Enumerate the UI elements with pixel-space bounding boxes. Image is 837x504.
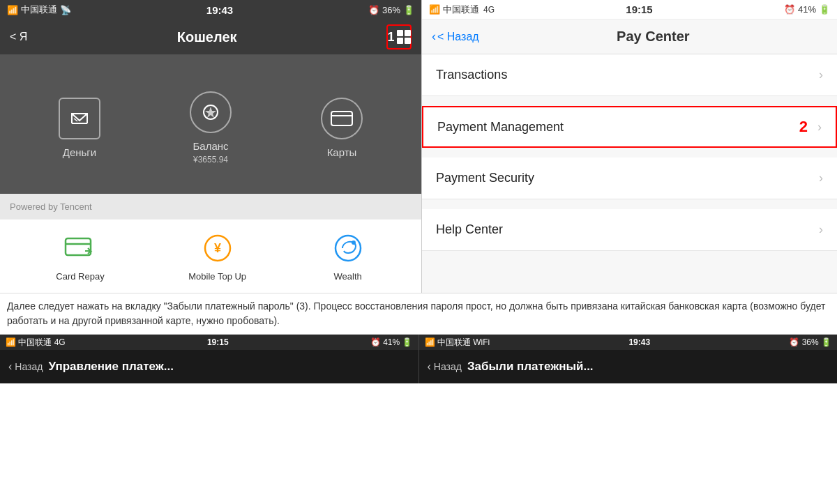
instruction-content: Далее следует нажать на вкладку "Забыли … bbox=[7, 300, 825, 326]
menu-spacer-2 bbox=[422, 148, 837, 158]
instruction-text: Далее следует нажать на вкладку "Забыли … bbox=[0, 293, 837, 335]
bottom-phones-row: 📶 中国联通 4G 19:15 ⏰ 41% 🔋 ‹ Назад Управлен… bbox=[0, 335, 837, 383]
wallet-item-cards[interactable]: Карты bbox=[321, 98, 363, 158]
bottom-left-page-title: Управление платеж... bbox=[48, 360, 174, 374]
number-badge: 1 bbox=[387, 30, 394, 45]
payment-management-menu-item[interactable]: Payment Management 2 › bbox=[422, 106, 837, 148]
wallet-item-balance[interactable]: Баланс ¥3655.94 bbox=[190, 91, 232, 165]
mobile-topup-label: Mobile Top Up bbox=[188, 271, 246, 282]
bottom-left-nav-bar: ‹ Назад Управление платеж... bbox=[0, 350, 418, 383]
br-battery: ⏰ 36% 🔋 bbox=[789, 337, 831, 347]
right-page-title: Pay Center bbox=[479, 29, 827, 45]
card-repay-label: Card Repay bbox=[56, 271, 104, 282]
bottom-left-back-button[interactable]: ‹ Назад bbox=[8, 360, 43, 373]
left-nav-actions: 1 bbox=[386, 24, 412, 49]
left-status-time: 19:43 bbox=[206, 4, 233, 16]
balance-icon bbox=[190, 91, 232, 133]
right-signal-icon: 📶 bbox=[429, 4, 440, 15]
bottom-left-status-bar: 📶 中国联通 4G 19:15 ⏰ 41% 🔋 bbox=[0, 335, 418, 350]
menu-spacer-3 bbox=[422, 199, 837, 209]
bottom-left-phone: 📶 中国联通 4G 19:15 ⏰ 41% 🔋 ‹ Назад Управлен… bbox=[0, 335, 419, 383]
balance-amount: ¥3655.94 bbox=[193, 155, 228, 165]
bottom-right-phone: 📶 中国联通 WiFi 19:43 ⏰ 36% 🔋 ‹ Назад Забыли… bbox=[419, 335, 838, 383]
wealth-button[interactable]: Wealth bbox=[331, 231, 365, 282]
left-status-left: 📶 中国联通 📡 bbox=[7, 3, 71, 16]
cards-label: Карты bbox=[327, 146, 357, 158]
left-phone: 📶 中国联通 📡 19:43 ⏰ 36% 🔋 < Я Кошелек 1 bbox=[0, 0, 422, 293]
transactions-label: Transactions bbox=[436, 68, 507, 82]
bottom-right-page-title: Забыли платежный... bbox=[467, 360, 594, 374]
br-back-label: Назад bbox=[434, 361, 462, 372]
mobile-topup-icon: ¥ bbox=[200, 231, 235, 266]
svg-text:¥: ¥ bbox=[214, 241, 221, 255]
bottom-right-status-bar: 📶 中国联通 WiFi 19:43 ⏰ 36% 🔋 bbox=[419, 335, 838, 350]
help-center-menu-item[interactable]: Help Center › bbox=[422, 209, 837, 251]
wifi-icon: 📡 bbox=[60, 5, 71, 15]
pay-center-menu: Transactions › Payment Management 2 › Pa… bbox=[422, 54, 837, 293]
left-status-right: ⏰ 36% 🔋 bbox=[368, 5, 414, 15]
payment-management-chevron-icon: › bbox=[817, 120, 822, 135]
grid-icon bbox=[397, 30, 411, 44]
right-battery-icon: 🔋 bbox=[819, 4, 830, 15]
svg-rect-4 bbox=[66, 238, 91, 255]
menu-spacer-1 bbox=[422, 96, 837, 106]
money-icon bbox=[59, 98, 100, 139]
svg-rect-2 bbox=[331, 112, 352, 125]
right-alarm-icon: ⏰ bbox=[784, 4, 795, 15]
bottom-right-back-button[interactable]: ‹ Назад bbox=[428, 360, 462, 373]
right-battery-label: 41% bbox=[798, 4, 816, 15]
right-nav-bar: ‹ < Назад Pay Center bbox=[422, 20, 837, 54]
carrier-label: 中国联通 bbox=[21, 3, 57, 16]
transactions-chevron-icon: › bbox=[819, 68, 823, 82]
left-nav-bar: < Я Кошелек 1 bbox=[0, 20, 421, 54]
right-status-time: 19:15 bbox=[626, 3, 652, 15]
br-time: 19:43 bbox=[628, 337, 650, 347]
bl-back-label: Назад bbox=[15, 361, 43, 372]
help-center-label: Help Center bbox=[436, 222, 503, 237]
right-phone: 📶 中国联通 4G 19:15 ⏰ 41% 🔋 ‹ < Назад Pay Ce… bbox=[422, 0, 837, 293]
wallet-main-area: Деньги Баланс ¥3655.94 bbox=[0, 54, 421, 194]
battery-icon: 🔋 bbox=[403, 5, 414, 15]
svg-point-8 bbox=[335, 236, 361, 261]
card-repay-icon bbox=[63, 231, 98, 266]
wallet-icons-row: Деньги Баланс ¥3655.94 bbox=[0, 54, 421, 194]
battery-label: 36% bbox=[382, 5, 400, 15]
payment-security-label: Payment Security bbox=[436, 171, 534, 185]
grid-view-button[interactable]: 1 bbox=[386, 24, 412, 49]
right-carrier-label: 中国联通 bbox=[443, 3, 479, 16]
right-status-right: ⏰ 41% 🔋 bbox=[784, 4, 830, 15]
left-status-bar: 📶 中国联通 📡 19:43 ⏰ 36% 🔋 bbox=[0, 0, 421, 20]
payment-security-menu-item[interactable]: Payment Security › bbox=[422, 158, 837, 199]
step-number-2: 2 bbox=[799, 118, 808, 136]
left-back-label: < Я bbox=[10, 31, 27, 43]
right-status-bar: 📶 中国联通 4G 19:15 ⏰ 41% 🔋 bbox=[422, 0, 837, 20]
transactions-menu-item[interactable]: Transactions › bbox=[422, 54, 837, 96]
br-carrier: 📶 中国联通 WiFi bbox=[425, 337, 490, 349]
svg-point-9 bbox=[352, 240, 356, 245]
bottom-right-nav-bar: ‹ Назад Забыли платежный... bbox=[419, 350, 838, 383]
wallet-item-money[interactable]: Деньги bbox=[59, 98, 100, 158]
bl-battery: ⏰ 41% 🔋 bbox=[370, 337, 413, 347]
help-center-chevron-icon: › bbox=[819, 222, 823, 237]
br-chevron-icon: ‹ bbox=[428, 360, 431, 373]
right-chevron-icon: ‹ bbox=[432, 29, 436, 44]
payment-security-chevron-icon: › bbox=[819, 171, 823, 185]
bl-chevron-icon: ‹ bbox=[8, 360, 12, 373]
wealth-icon bbox=[331, 231, 365, 266]
signal-icon: 📶 bbox=[7, 5, 18, 15]
bottom-services-row: Card Repay ¥ Mobile Top Up bbox=[0, 219, 421, 293]
right-status-left: 📶 中国联通 4G bbox=[429, 3, 495, 16]
right-back-button[interactable]: ‹ < Назад bbox=[432, 29, 479, 44]
bl-time: 19:15 bbox=[207, 337, 229, 347]
cards-icon bbox=[321, 98, 363, 139]
card-repay-button[interactable]: Card Repay bbox=[56, 231, 104, 282]
alarm-icon: ⏰ bbox=[368, 5, 379, 15]
bl-carrier: 📶 中国联通 4G bbox=[6, 337, 66, 349]
payment-management-label: Payment Management bbox=[437, 120, 564, 135]
left-back-button[interactable]: < Я bbox=[10, 31, 27, 43]
mobile-topup-button[interactable]: ¥ Mobile Top Up bbox=[188, 231, 246, 282]
powered-by-text: Powered by Tencent bbox=[10, 201, 92, 212]
left-page-title: Кошелек bbox=[177, 29, 237, 45]
right-back-label: < Назад bbox=[437, 31, 479, 43]
money-label: Деньги bbox=[63, 146, 96, 158]
